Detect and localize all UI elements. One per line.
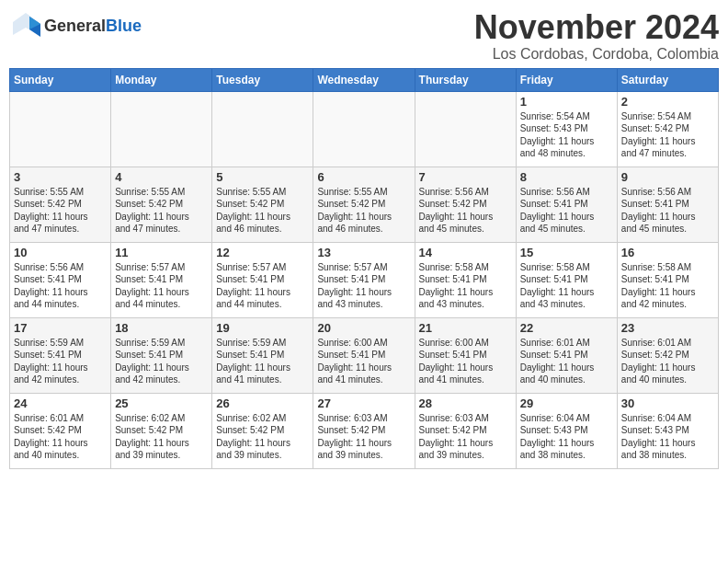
day-number: 5 xyxy=(216,170,309,184)
day-number: 8 xyxy=(520,170,613,184)
day-info: Sunrise: 5:58 AM Sunset: 5:41 PM Dayligh… xyxy=(419,261,512,311)
day-number: 21 xyxy=(419,321,512,335)
day-number: 7 xyxy=(419,170,512,184)
day-number: 27 xyxy=(317,396,410,410)
day-number: 17 xyxy=(14,321,107,335)
calendar-cell: 24Sunrise: 6:01 AM Sunset: 5:42 PM Dayli… xyxy=(10,393,111,468)
day-number: 13 xyxy=(317,246,410,259)
day-info: Sunrise: 6:00 AM Sunset: 5:41 PM Dayligh… xyxy=(419,337,512,386)
calendar-cell: 8Sunrise: 5:56 AM Sunset: 5:41 PM Daylig… xyxy=(516,167,617,242)
calendar-table: SundayMondayTuesdayWednesdayThursdayFrid… xyxy=(9,68,719,469)
calendar-cell: 11Sunrise: 5:57 AM Sunset: 5:41 PM Dayli… xyxy=(111,242,212,317)
day-info: Sunrise: 6:01 AM Sunset: 5:41 PM Dayligh… xyxy=(520,337,613,386)
calendar-cell: 19Sunrise: 5:59 AM Sunset: 5:41 PM Dayli… xyxy=(212,317,313,393)
day-info: Sunrise: 6:01 AM Sunset: 5:42 PM Dayligh… xyxy=(621,337,714,386)
day-info: Sunrise: 5:56 AM Sunset: 5:42 PM Dayligh… xyxy=(419,186,512,236)
calendar-cell xyxy=(313,91,415,167)
day-info: Sunrise: 6:02 AM Sunset: 5:42 PM Dayligh… xyxy=(115,412,208,462)
calendar-cell: 10Sunrise: 5:56 AM Sunset: 5:41 PM Dayli… xyxy=(10,242,111,317)
day-number: 2 xyxy=(621,95,714,109)
calendar-cell: 21Sunrise: 6:00 AM Sunset: 5:41 PM Dayli… xyxy=(415,317,516,393)
calendar-cell: 22Sunrise: 6:01 AM Sunset: 5:41 PM Dayli… xyxy=(516,317,617,393)
calendar-week-row: 24Sunrise: 6:01 AM Sunset: 5:42 PM Dayli… xyxy=(10,393,719,468)
day-info: Sunrise: 5:56 AM Sunset: 5:41 PM Dayligh… xyxy=(520,186,613,236)
calendar-cell: 30Sunrise: 6:04 AM Sunset: 5:43 PM Dayli… xyxy=(617,393,718,468)
weekday-header: Sunday xyxy=(10,68,111,91)
calendar-header-row: SundayMondayTuesdayWednesdayThursdayFrid… xyxy=(10,68,719,91)
day-info: Sunrise: 6:02 AM Sunset: 5:42 PM Dayligh… xyxy=(216,412,309,462)
day-info: Sunrise: 5:57 AM Sunset: 5:41 PM Dayligh… xyxy=(216,261,309,311)
calendar-week-row: 3Sunrise: 5:55 AM Sunset: 5:42 PM Daylig… xyxy=(10,167,719,242)
calendar-cell: 17Sunrise: 5:59 AM Sunset: 5:41 PM Dayli… xyxy=(10,317,111,393)
weekday-header: Monday xyxy=(111,68,212,91)
calendar-cell: 1Sunrise: 5:54 AM Sunset: 5:43 PM Daylig… xyxy=(516,91,617,167)
calendar-cell: 2Sunrise: 5:54 AM Sunset: 5:42 PM Daylig… xyxy=(617,91,718,167)
weekday-header: Thursday xyxy=(415,68,516,91)
day-number: 20 xyxy=(317,321,410,335)
day-number: 23 xyxy=(621,321,714,335)
day-info: Sunrise: 5:56 AM Sunset: 5:41 PM Dayligh… xyxy=(14,261,107,311)
calendar-cell: 20Sunrise: 6:00 AM Sunset: 5:41 PM Dayli… xyxy=(313,317,415,393)
day-info: Sunrise: 5:59 AM Sunset: 5:41 PM Dayligh… xyxy=(216,337,309,386)
calendar-cell: 25Sunrise: 6:02 AM Sunset: 5:42 PM Dayli… xyxy=(111,393,212,468)
month-title: November 2024 xyxy=(474,9,719,46)
day-number: 22 xyxy=(520,321,613,335)
calendar-cell: 26Sunrise: 6:02 AM Sunset: 5:42 PM Dayli… xyxy=(212,393,313,468)
day-number: 30 xyxy=(621,396,714,410)
day-number: 25 xyxy=(115,396,208,410)
day-info: Sunrise: 5:54 AM Sunset: 5:43 PM Dayligh… xyxy=(520,110,613,160)
day-info: Sunrise: 5:55 AM Sunset: 5:42 PM Dayligh… xyxy=(216,186,309,236)
day-number: 1 xyxy=(520,95,613,109)
calendar-week-row: 10Sunrise: 5:56 AM Sunset: 5:41 PM Dayli… xyxy=(10,242,719,317)
day-number: 16 xyxy=(621,246,714,259)
day-info: Sunrise: 6:04 AM Sunset: 5:43 PM Dayligh… xyxy=(621,412,714,462)
weekday-header: Saturday xyxy=(617,68,718,91)
weekday-header: Friday xyxy=(516,68,617,91)
day-info: Sunrise: 5:55 AM Sunset: 5:42 PM Dayligh… xyxy=(115,186,208,236)
calendar-cell: 3Sunrise: 5:55 AM Sunset: 5:42 PM Daylig… xyxy=(10,167,111,242)
day-number: 18 xyxy=(115,321,208,335)
calendar-cell xyxy=(10,91,111,167)
calendar-cell xyxy=(111,91,212,167)
day-number: 10 xyxy=(14,246,107,259)
logo-icon xyxy=(9,9,42,42)
day-number: 9 xyxy=(621,170,714,184)
day-info: Sunrise: 5:54 AM Sunset: 5:42 PM Dayligh… xyxy=(621,110,714,160)
day-number: 29 xyxy=(520,396,613,410)
day-number: 26 xyxy=(216,396,309,410)
calendar-cell: 12Sunrise: 5:57 AM Sunset: 5:41 PM Dayli… xyxy=(212,242,313,317)
calendar-cell: 29Sunrise: 6:04 AM Sunset: 5:43 PM Dayli… xyxy=(516,393,617,468)
logo-general: General xyxy=(44,17,106,35)
day-number: 4 xyxy=(115,170,208,184)
day-info: Sunrise: 5:56 AM Sunset: 5:41 PM Dayligh… xyxy=(621,186,714,236)
calendar-cell: 5Sunrise: 5:55 AM Sunset: 5:42 PM Daylig… xyxy=(212,167,313,242)
calendar-cell: 16Sunrise: 5:58 AM Sunset: 5:41 PM Dayli… xyxy=(617,242,718,317)
calendar-week-row: 17Sunrise: 5:59 AM Sunset: 5:41 PM Dayli… xyxy=(10,317,719,393)
day-number: 3 xyxy=(14,170,107,184)
day-number: 11 xyxy=(115,246,208,259)
calendar-cell: 9Sunrise: 5:56 AM Sunset: 5:41 PM Daylig… xyxy=(617,167,718,242)
day-info: Sunrise: 5:59 AM Sunset: 5:41 PM Dayligh… xyxy=(115,337,208,386)
day-number: 14 xyxy=(419,246,512,259)
day-info: Sunrise: 6:03 AM Sunset: 5:42 PM Dayligh… xyxy=(419,412,512,462)
day-info: Sunrise: 5:55 AM Sunset: 5:42 PM Dayligh… xyxy=(317,186,410,236)
calendar-cell: 18Sunrise: 5:59 AM Sunset: 5:41 PM Dayli… xyxy=(111,317,212,393)
day-number: 12 xyxy=(216,246,309,259)
day-info: Sunrise: 5:57 AM Sunset: 5:41 PM Dayligh… xyxy=(317,261,410,311)
day-info: Sunrise: 6:00 AM Sunset: 5:41 PM Dayligh… xyxy=(317,337,410,386)
logo-blue: Blue xyxy=(106,17,142,35)
day-number: 15 xyxy=(520,246,613,259)
calendar-week-row: 1Sunrise: 5:54 AM Sunset: 5:43 PM Daylig… xyxy=(10,91,719,167)
logo: GeneralBlue xyxy=(9,9,142,42)
day-info: Sunrise: 5:57 AM Sunset: 5:41 PM Dayligh… xyxy=(115,261,208,311)
calendar-cell: 14Sunrise: 5:58 AM Sunset: 5:41 PM Dayli… xyxy=(415,242,516,317)
calendar-cell: 15Sunrise: 5:58 AM Sunset: 5:41 PM Dayli… xyxy=(516,242,617,317)
day-number: 6 xyxy=(317,170,410,184)
weekday-header: Wednesday xyxy=(313,68,415,91)
calendar-cell: 13Sunrise: 5:57 AM Sunset: 5:41 PM Dayli… xyxy=(313,242,415,317)
day-info: Sunrise: 5:59 AM Sunset: 5:41 PM Dayligh… xyxy=(14,337,107,386)
day-info: Sunrise: 5:58 AM Sunset: 5:41 PM Dayligh… xyxy=(520,261,613,311)
day-info: Sunrise: 5:55 AM Sunset: 5:42 PM Dayligh… xyxy=(14,186,107,236)
day-number: 28 xyxy=(419,396,512,410)
day-info: Sunrise: 6:03 AM Sunset: 5:42 PM Dayligh… xyxy=(317,412,410,462)
